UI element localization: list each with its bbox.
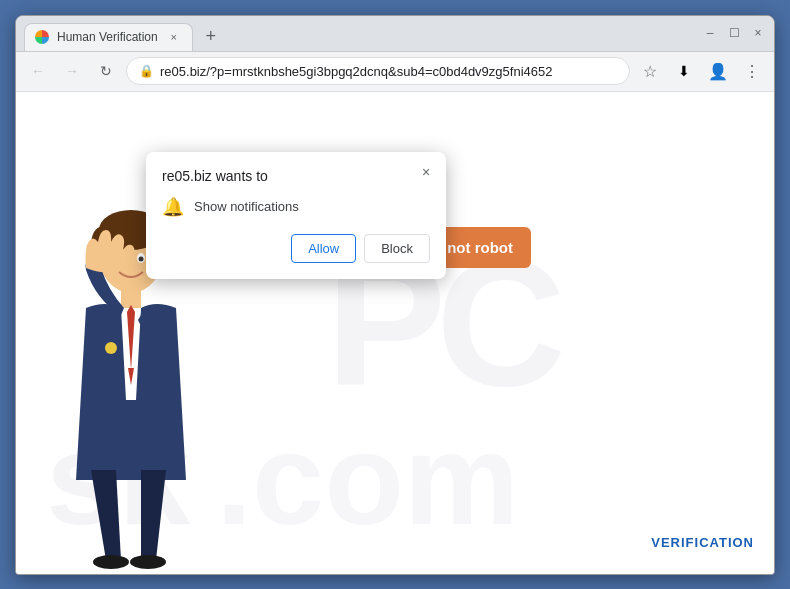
verification-label: VERIFICATION [651, 535, 754, 550]
menu-button[interactable]: ⋮ [738, 57, 766, 85]
permission-row: 🔔 Show notifications [162, 196, 430, 218]
svg-point-10 [93, 555, 129, 569]
watermark-com: .com [216, 404, 519, 554]
browser-tab[interactable]: Human Verification × [24, 23, 193, 51]
bookmark-button[interactable]: ☆ [636, 57, 664, 85]
close-tab-button[interactable]: × [166, 29, 182, 45]
title-bar: Human Verification × + – ☐ × [16, 16, 774, 52]
forward-button[interactable]: → [58, 57, 86, 85]
permission-label: Show notifications [194, 199, 299, 214]
popup-close-button[interactable]: × [416, 162, 436, 182]
svg-point-8 [139, 256, 144, 261]
popup-actions: Allow Block [162, 234, 430, 263]
block-button[interactable]: Block [364, 234, 430, 263]
tab-area: Human Verification × + [24, 16, 698, 51]
profile-button[interactable]: 👤 [704, 57, 732, 85]
tab-favicon [35, 30, 49, 44]
bell-icon: 🔔 [162, 196, 184, 218]
download-icon[interactable]: ⬇ [670, 57, 698, 85]
browser-window: Human Verification × + – ☐ × ← → ↻ 🔒 re0… [15, 15, 775, 575]
minimize-button[interactable]: – [702, 25, 718, 41]
tab-title: Human Verification [57, 30, 158, 44]
page-content: PC sk .com [16, 92, 774, 574]
address-bar[interactable]: 🔒 re05.biz/?p=mrstknbshe5gi3bpgq2dcnq&su… [126, 57, 630, 85]
svg-point-11 [130, 555, 166, 569]
close-window-button[interactable]: × [750, 25, 766, 41]
popup-title: re05.biz wants to [162, 168, 430, 184]
lock-icon: 🔒 [139, 64, 154, 78]
allow-button[interactable]: Allow [291, 234, 356, 263]
window-controls: – ☐ × [702, 25, 766, 41]
nav-bar: ← → ↻ 🔒 re05.biz/?p=mrstknbshe5gi3bpgq2d… [16, 52, 774, 92]
svg-point-12 [105, 342, 117, 354]
maximize-button[interactable]: ☐ [726, 25, 742, 41]
permission-popup: × re05.biz wants to 🔔 Show notifications… [146, 152, 446, 279]
refresh-button[interactable]: ↻ [92, 57, 120, 85]
back-button[interactable]: ← [24, 57, 52, 85]
url-text: re05.biz/?p=mrstknbshe5gi3bpgq2dcnq&sub4… [160, 64, 617, 79]
new-tab-button[interactable]: + [197, 23, 225, 51]
